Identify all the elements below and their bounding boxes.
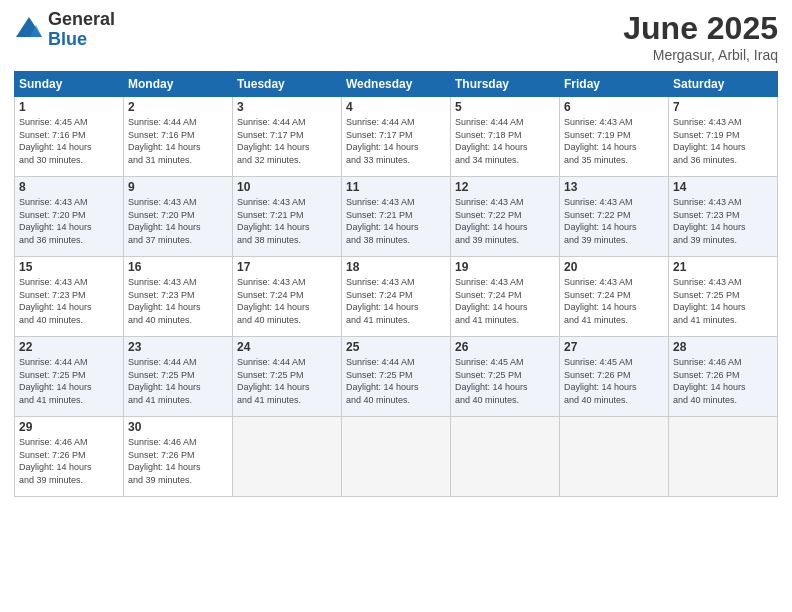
day-info: Sunrise: 4:43 AMSunset: 7:24 PMDaylight:… <box>237 276 337 326</box>
day-number: 9 <box>128 180 228 194</box>
day-number: 27 <box>564 340 664 354</box>
page-container: General Blue June 2025 Mergasur, Arbil, … <box>0 0 792 612</box>
day-number: 3 <box>237 100 337 114</box>
calendar-day-cell: 30Sunrise: 4:46 AMSunset: 7:26 PMDayligh… <box>124 417 233 497</box>
day-number: 19 <box>455 260 555 274</box>
calendar-day-cell: 23Sunrise: 4:44 AMSunset: 7:25 PMDayligh… <box>124 337 233 417</box>
day-info: Sunrise: 4:43 AMSunset: 7:24 PMDaylight:… <box>564 276 664 326</box>
day-info: Sunrise: 4:44 AMSunset: 7:16 PMDaylight:… <box>128 116 228 166</box>
day-info: Sunrise: 4:43 AMSunset: 7:19 PMDaylight:… <box>564 116 664 166</box>
calendar-day-cell: 12Sunrise: 4:43 AMSunset: 7:22 PMDayligh… <box>451 177 560 257</box>
day-info: Sunrise: 4:44 AMSunset: 7:17 PMDaylight:… <box>346 116 446 166</box>
logo-general: General <box>48 9 115 29</box>
calendar-day-cell: 7Sunrise: 4:43 AMSunset: 7:19 PMDaylight… <box>669 97 778 177</box>
calendar-header-sunday: Sunday <box>15 72 124 97</box>
logo: General Blue <box>14 10 115 50</box>
calendar-day-cell: 3Sunrise: 4:44 AMSunset: 7:17 PMDaylight… <box>233 97 342 177</box>
calendar-day-cell <box>233 417 342 497</box>
calendar-day-cell: 4Sunrise: 4:44 AMSunset: 7:17 PMDaylight… <box>342 97 451 177</box>
day-info: Sunrise: 4:43 AMSunset: 7:21 PMDaylight:… <box>346 196 446 246</box>
calendar-week-row: 15Sunrise: 4:43 AMSunset: 7:23 PMDayligh… <box>15 257 778 337</box>
calendar-table: SundayMondayTuesdayWednesdayThursdayFrid… <box>14 71 778 497</box>
logo-icon <box>14 15 44 45</box>
day-number: 10 <box>237 180 337 194</box>
day-info: Sunrise: 4:43 AMSunset: 7:23 PMDaylight:… <box>19 276 119 326</box>
day-number: 4 <box>346 100 446 114</box>
day-number: 23 <box>128 340 228 354</box>
logo-text: General Blue <box>48 10 115 50</box>
calendar-day-cell: 21Sunrise: 4:43 AMSunset: 7:25 PMDayligh… <box>669 257 778 337</box>
day-info: Sunrise: 4:43 AMSunset: 7:24 PMDaylight:… <box>346 276 446 326</box>
calendar-day-cell: 5Sunrise: 4:44 AMSunset: 7:18 PMDaylight… <box>451 97 560 177</box>
calendar-week-row: 8Sunrise: 4:43 AMSunset: 7:20 PMDaylight… <box>15 177 778 257</box>
day-info: Sunrise: 4:43 AMSunset: 7:23 PMDaylight:… <box>673 196 773 246</box>
day-number: 1 <box>19 100 119 114</box>
calendar-day-cell: 13Sunrise: 4:43 AMSunset: 7:22 PMDayligh… <box>560 177 669 257</box>
day-number: 5 <box>455 100 555 114</box>
day-info: Sunrise: 4:44 AMSunset: 7:17 PMDaylight:… <box>237 116 337 166</box>
day-number: 14 <box>673 180 773 194</box>
header: General Blue June 2025 Mergasur, Arbil, … <box>14 10 778 63</box>
calendar-day-cell: 10Sunrise: 4:43 AMSunset: 7:21 PMDayligh… <box>233 177 342 257</box>
calendar-header-saturday: Saturday <box>669 72 778 97</box>
calendar-day-cell: 27Sunrise: 4:45 AMSunset: 7:26 PMDayligh… <box>560 337 669 417</box>
day-number: 6 <box>564 100 664 114</box>
calendar-day-cell: 16Sunrise: 4:43 AMSunset: 7:23 PMDayligh… <box>124 257 233 337</box>
calendar-week-row: 22Sunrise: 4:44 AMSunset: 7:25 PMDayligh… <box>15 337 778 417</box>
day-number: 29 <box>19 420 119 434</box>
calendar-day-cell: 25Sunrise: 4:44 AMSunset: 7:25 PMDayligh… <box>342 337 451 417</box>
location: Mergasur, Arbil, Iraq <box>623 47 778 63</box>
calendar-day-cell <box>342 417 451 497</box>
day-number: 16 <box>128 260 228 274</box>
calendar-day-cell: 8Sunrise: 4:43 AMSunset: 7:20 PMDaylight… <box>15 177 124 257</box>
month-year: June 2025 <box>623 10 778 47</box>
day-info: Sunrise: 4:43 AMSunset: 7:21 PMDaylight:… <box>237 196 337 246</box>
logo-blue: Blue <box>48 29 87 49</box>
day-info: Sunrise: 4:43 AMSunset: 7:23 PMDaylight:… <box>128 276 228 326</box>
day-info: Sunrise: 4:43 AMSunset: 7:24 PMDaylight:… <box>455 276 555 326</box>
calendar-day-cell <box>560 417 669 497</box>
calendar-header-thursday: Thursday <box>451 72 560 97</box>
calendar-day-cell: 2Sunrise: 4:44 AMSunset: 7:16 PMDaylight… <box>124 97 233 177</box>
day-number: 11 <box>346 180 446 194</box>
calendar-day-cell: 6Sunrise: 4:43 AMSunset: 7:19 PMDaylight… <box>560 97 669 177</box>
day-number: 20 <box>564 260 664 274</box>
calendar-day-cell: 15Sunrise: 4:43 AMSunset: 7:23 PMDayligh… <box>15 257 124 337</box>
day-info: Sunrise: 4:46 AMSunset: 7:26 PMDaylight:… <box>19 436 119 486</box>
day-info: Sunrise: 4:45 AMSunset: 7:26 PMDaylight:… <box>564 356 664 406</box>
calendar-header-row: SundayMondayTuesdayWednesdayThursdayFrid… <box>15 72 778 97</box>
day-number: 18 <box>346 260 446 274</box>
calendar-day-cell: 18Sunrise: 4:43 AMSunset: 7:24 PMDayligh… <box>342 257 451 337</box>
calendar-header-monday: Monday <box>124 72 233 97</box>
day-info: Sunrise: 4:43 AMSunset: 7:20 PMDaylight:… <box>128 196 228 246</box>
calendar-day-cell: 24Sunrise: 4:44 AMSunset: 7:25 PMDayligh… <box>233 337 342 417</box>
calendar-header-wednesday: Wednesday <box>342 72 451 97</box>
day-number: 2 <box>128 100 228 114</box>
calendar-day-cell <box>669 417 778 497</box>
day-info: Sunrise: 4:44 AMSunset: 7:18 PMDaylight:… <box>455 116 555 166</box>
day-info: Sunrise: 4:43 AMSunset: 7:19 PMDaylight:… <box>673 116 773 166</box>
calendar-day-cell <box>451 417 560 497</box>
calendar-header-tuesday: Tuesday <box>233 72 342 97</box>
day-number: 26 <box>455 340 555 354</box>
calendar-day-cell: 22Sunrise: 4:44 AMSunset: 7:25 PMDayligh… <box>15 337 124 417</box>
calendar-day-cell: 19Sunrise: 4:43 AMSunset: 7:24 PMDayligh… <box>451 257 560 337</box>
day-number: 7 <box>673 100 773 114</box>
calendar-header-friday: Friday <box>560 72 669 97</box>
calendar-week-row: 29Sunrise: 4:46 AMSunset: 7:26 PMDayligh… <box>15 417 778 497</box>
day-info: Sunrise: 4:44 AMSunset: 7:25 PMDaylight:… <box>19 356 119 406</box>
day-info: Sunrise: 4:43 AMSunset: 7:22 PMDaylight:… <box>564 196 664 246</box>
calendar-day-cell: 28Sunrise: 4:46 AMSunset: 7:26 PMDayligh… <box>669 337 778 417</box>
day-number: 21 <box>673 260 773 274</box>
day-number: 25 <box>346 340 446 354</box>
day-info: Sunrise: 4:43 AMSunset: 7:25 PMDaylight:… <box>673 276 773 326</box>
calendar-day-cell: 29Sunrise: 4:46 AMSunset: 7:26 PMDayligh… <box>15 417 124 497</box>
day-info: Sunrise: 4:45 AMSunset: 7:25 PMDaylight:… <box>455 356 555 406</box>
calendar-day-cell: 26Sunrise: 4:45 AMSunset: 7:25 PMDayligh… <box>451 337 560 417</box>
day-number: 12 <box>455 180 555 194</box>
day-info: Sunrise: 4:46 AMSunset: 7:26 PMDaylight:… <box>128 436 228 486</box>
day-number: 22 <box>19 340 119 354</box>
calendar-day-cell: 20Sunrise: 4:43 AMSunset: 7:24 PMDayligh… <box>560 257 669 337</box>
day-info: Sunrise: 4:44 AMSunset: 7:25 PMDaylight:… <box>237 356 337 406</box>
day-number: 17 <box>237 260 337 274</box>
